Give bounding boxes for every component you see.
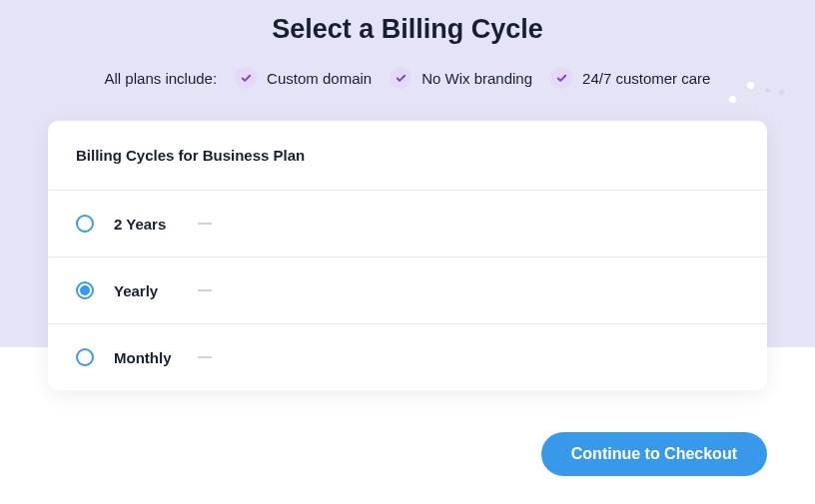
feature-label: Custom domain (267, 70, 372, 87)
features-row: All plans include: Custom domain No Wix … (0, 67, 815, 89)
radio-icon (76, 281, 94, 299)
check-icon (390, 67, 411, 89)
option-label: Yearly (114, 282, 194, 299)
option-yearly[interactable]: Yearly (48, 257, 767, 324)
feature-label: 24/7 customer care (582, 70, 710, 87)
feature-custom-domain: Custom domain (235, 67, 372, 89)
card-header: Billing Cycles for Business Plan (48, 121, 767, 191)
option-label: Monthly (114, 349, 194, 366)
dash-icon (198, 356, 212, 358)
features-label: All plans include: (105, 70, 218, 87)
option-label: 2 Years (114, 216, 194, 233)
feature-label: No Wix branding (421, 70, 532, 87)
check-icon (550, 67, 572, 89)
option-2-years[interactable]: 2 Years (48, 191, 767, 257)
option-monthly[interactable]: Monthly (48, 324, 767, 390)
feature-support: 24/7 customer care (550, 67, 710, 89)
radio-icon (76, 348, 94, 366)
page-title: Select a Billing Cycle (0, 14, 815, 45)
continue-checkout-button[interactable]: Continue to Checkout (541, 432, 767, 476)
dash-icon (198, 289, 212, 291)
dash-icon (198, 223, 212, 225)
radio-icon (76, 215, 94, 233)
cta-row: Continue to Checkout (48, 432, 767, 476)
billing-card: Billing Cycles for Business Plan 2 Years… (48, 121, 767, 390)
check-icon (235, 67, 257, 89)
feature-no-branding: No Wix branding (390, 67, 532, 89)
